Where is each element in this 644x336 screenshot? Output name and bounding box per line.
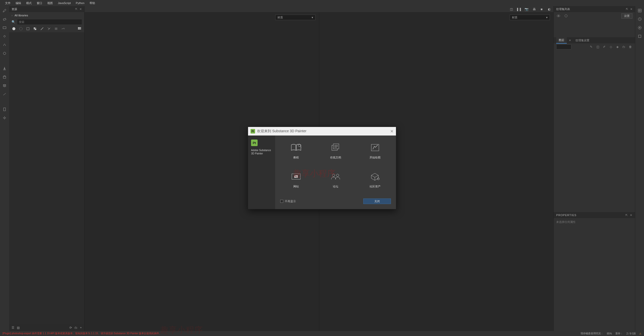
card-docs[interactable]: 在线文档 [320,143,352,159]
community-icon [368,172,382,181]
card-label: 网站 [293,185,299,188]
forum-icon [329,172,343,181]
welcome-modal-backdrop: Pt 欢迎来到 Substance 3D Painter ✕ Pt Adobe … [0,0,644,336]
card-label: 教程 [293,156,299,159]
modal-close-icon[interactable]: ✕ [390,129,393,134]
close-button[interactable]: 关闭 [363,198,391,204]
card-label: 社区资产 [370,185,381,188]
svg-text:A: A [295,176,297,178]
svg-rect-33 [371,144,379,151]
docs-icon [329,143,343,152]
card-tutorials[interactable]: 教程 [280,143,312,159]
card-label: 开始绘图 [370,156,381,159]
modal-title-text: 欢迎来到 Substance 3D Painter [257,129,306,133]
card-label: 在线文档 [330,156,341,159]
checkbox-box [280,200,283,203]
modal-product-name: Adobe Substance 3D Painter [251,149,272,155]
card-forum[interactable]: 论坛 [320,172,352,188]
pt-logo-icon: Pt [251,140,258,146]
dont-show-checkbox[interactable]: 不再显示 [280,199,296,203]
card-paint[interactable]: 开始绘图 [359,143,391,159]
welcome-modal: Pt 欢迎来到 Substance 3D Painter ✕ Pt Adobe … [248,127,396,209]
paint-icon [368,143,382,152]
website-icon: A [289,172,303,181]
card-label: 论坛 [333,185,338,188]
svg-point-38 [336,174,339,177]
card-website[interactable]: A 网站 [280,172,312,188]
checkbox-label: 不再显示 [285,199,296,203]
svg-point-37 [332,174,335,177]
book-icon [289,143,303,152]
modal-titlebar: Pt 欢迎来到 Substance 3D Painter ✕ [248,127,396,136]
modal-sidebar: Pt Adobe Substance 3D Painter [248,136,275,209]
pt-app-icon: Pt [251,129,255,133]
card-community[interactable]: 社区资产 [359,172,391,188]
